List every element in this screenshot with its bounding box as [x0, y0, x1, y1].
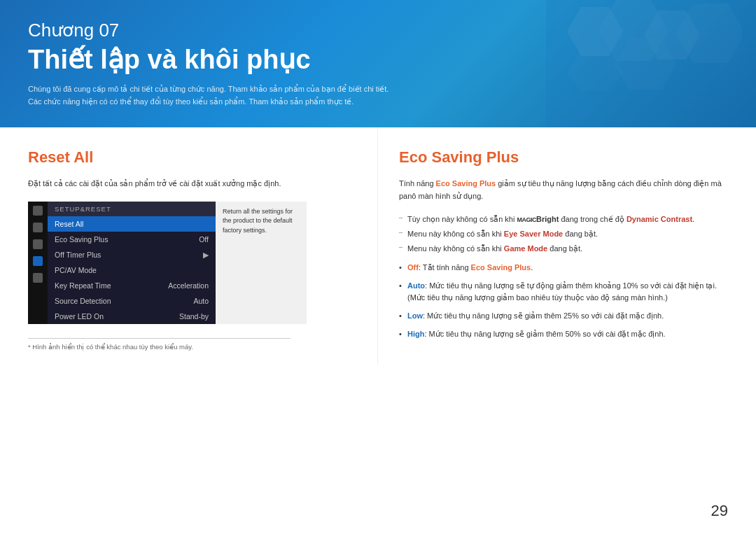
page-number: 29 [711, 502, 728, 520]
eco-note-3: Menu này không có sẵn khi Game Mode đang… [399, 243, 728, 255]
svg-marker-0 [567, 7, 623, 56]
eco-note-2: Menu này không có sẵn khi Eye Saver Mode… [399, 228, 728, 241]
eco-bullet-off: Off: Tắt tính năng Eco Saving Plus. [399, 262, 728, 274]
menu-sidebar [28, 202, 48, 324]
eco-saving-intro: Tính năng Eco Saving Plus giảm sự tiêu t… [399, 178, 728, 202]
footnote-text: * Hình ảnh hiển thị có thể khác nhau tùy… [28, 343, 356, 351]
menu-item-power-led: Power LED On Stand-by [48, 309, 216, 324]
page-title: Thiết lập và khôi phục [28, 44, 728, 75]
eco-bullets-list: Off: Tắt tính năng Eco Saving Plus. Auto… [399, 262, 728, 340]
menu-item-off-timer: Off Timer Plus ▶ [48, 247, 216, 262]
menu-box: SETUP&RESET Reset All Eco Saving Plus Of… [48, 202, 216, 324]
menu-desc-box: Return all the settings for the product … [216, 202, 307, 324]
sidebar-icon-picture [33, 239, 43, 249]
eco-bullet-high: High: Mức tiêu thụ năng lượng sẽ giảm th… [399, 328, 728, 341]
svg-marker-3 [676, 3, 742, 63]
menu-item-source-detection: Source Detection Auto [48, 293, 216, 309]
menu-header-label: SETUP&RESET [48, 202, 216, 216]
reset-all-title: Reset All [28, 148, 356, 167]
menu-item-eco-saving: Eco Saving Plus Off [48, 232, 216, 247]
footnote-divider [28, 338, 290, 339]
svg-marker-2 [644, 10, 700, 59]
left-column: Reset All Đặt tất cả các cài đặt của sản… [0, 127, 378, 365]
sidebar-icon-info [33, 273, 43, 283]
eco-note-1: Tùy chọn này không có sẵn khi MAGICBrigh… [399, 213, 728, 226]
eco-bullet-low: Low: Mức tiêu thụ năng lượng sẽ giảm thê… [399, 310, 728, 323]
eco-notes-list: Tùy chọn này không có sẵn khi MAGICBrigh… [399, 213, 728, 255]
svg-marker-1 [598, 0, 668, 61]
main-content: Reset All Đặt tất cả các cài đặt của sản… [0, 127, 756, 365]
menu-item-reset-all: Reset All [48, 216, 216, 232]
eco-saving-title: Eco Saving Plus [399, 148, 728, 167]
sidebar-icon-brightness [33, 223, 43, 232]
sidebar-icon-monitor [33, 206, 43, 216]
page-header: Chương 07 Thiết lập và khôi phục Chúng t… [0, 0, 756, 127]
header-desc2: Các chức năng hiện có có thể thay đổi tù… [28, 96, 728, 108]
svg-marker-4 [615, 38, 677, 90]
chapter-label: Chương 07 [28, 20, 728, 41]
menu-screenshot: SETUP&RESET Reset All Eco Saving Plus Of… [28, 202, 356, 324]
reset-all-desc: Đặt tất cả các cài đặt của sản phẩm trở … [28, 178, 356, 190]
menu-item-key-repeat: Key Repeat Time Acceleration [48, 278, 216, 293]
right-column: Eco Saving Plus Tính năng Eco Saving Plu… [378, 127, 756, 365]
header-desc1: Chúng tôi đã cung cấp mô tả chi tiết của… [28, 83, 728, 96]
svg-marker-5 [567, 49, 623, 91]
eco-bullet-auto: Auto: Mức tiêu thụ năng lượng sẽ tự động… [399, 280, 728, 304]
menu-item-pcav: PC/AV Mode [48, 262, 216, 278]
sidebar-icon-setup [33, 256, 43, 266]
